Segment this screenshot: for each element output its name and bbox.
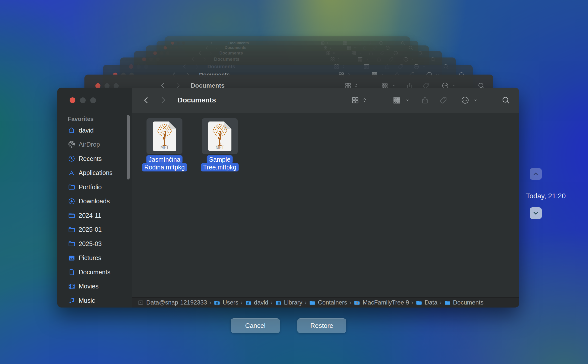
file-name-line[interactable]: Sample [207, 155, 233, 164]
sidebar-item-label: 2025-01 [79, 226, 102, 233]
sidebar-item-music[interactable]: Music [57, 293, 132, 308]
sidebar-item-2025-03[interactable]: 2025-03 [57, 237, 132, 251]
path-segment-macfamilytree-9[interactable]: MacFamilyTree 9 [354, 299, 409, 306]
path-separator: › [349, 299, 351, 306]
music-icon [68, 297, 75, 304]
timeline-controls: Today, 21:20 [526, 168, 574, 219]
file-name-line[interactable]: Tree.mftpkg [201, 163, 238, 171]
airdrop-icon [68, 141, 75, 148]
zoom-button[interactable] [90, 97, 96, 103]
file-name-label[interactable]: JasmínčinaRodina.mftpkg [142, 156, 187, 171]
tag-button[interactable] [439, 96, 447, 104]
path-segment-containers[interactable]: Containers [309, 299, 347, 306]
home-icon [68, 127, 75, 134]
sidebar-item-label: Downloads [79, 198, 110, 205]
sidebar-item-label: Recents [79, 155, 102, 162]
timeline-date-label: Today, 21:20 [526, 192, 566, 200]
path-segment-label: MacFamilyTree 9 [363, 299, 409, 306]
file-name-label[interactable]: SampleTree.mftpkg [201, 156, 238, 171]
sidebar-item-label: AirDrop [79, 141, 100, 148]
group-by-button[interactable] [392, 96, 402, 105]
file-name-line[interactable]: Rodina.mftpkg [142, 163, 187, 171]
film-icon [68, 283, 75, 290]
path-segment-documents[interactable]: Documents [444, 299, 483, 306]
forward-button[interactable] [159, 96, 168, 105]
path-separator: › [241, 299, 243, 306]
finder-window: Favorites david AirDrop Recents Applicat… [57, 88, 519, 308]
sidebar-item-portfolio[interactable]: Portfolio [57, 180, 132, 194]
sidebar-item-downloads[interactable]: Downloads [57, 194, 132, 209]
file-icon-tile[interactable]: MFT [202, 118, 238, 154]
sidebar-item-recents[interactable]: Recents [57, 152, 132, 166]
time-machine-screen: { "window": { "title": "Documents" }, "t… [0, 0, 588, 364]
view-switcher-button[interactable] [362, 97, 368, 103]
folder-icon [68, 226, 75, 233]
chevron-down-icon [532, 209, 540, 217]
document-icon [68, 268, 75, 276]
path-segment-label: david [254, 299, 268, 306]
sidebar-item-label: 2025-03 [79, 240, 102, 248]
path-segment-label: Containers [318, 299, 347, 306]
sidebar-item-david[interactable]: david [57, 123, 132, 138]
path-segment-users[interactable]: Users [214, 299, 238, 306]
timeline-up-button[interactable] [530, 168, 542, 180]
sidebar-item-label: Pictures [79, 254, 101, 262]
sidebar-item-2025-01[interactable]: 2025-01 [57, 223, 132, 237]
path-bar: Data@snap-12192333 › Users › david › Lib… [132, 297, 519, 308]
path-separator: › [271, 299, 273, 306]
path-segment-label: Data@snap-12192333 [146, 299, 207, 306]
folder-icon [309, 299, 316, 306]
restore-button[interactable]: Restore [297, 318, 346, 333]
path-segment-david[interactable]: david [245, 299, 268, 306]
search-button[interactable] [501, 96, 510, 105]
folder-icon [444, 299, 451, 306]
cancel-button[interactable]: Cancel [231, 318, 280, 333]
sidebar-item-pictures[interactable]: Pictures [57, 251, 132, 265]
file-type-label: MFT [216, 145, 224, 149]
toolbar: Documents [132, 88, 519, 113]
sidebar-items: david AirDrop Recents Applications Portf… [57, 123, 132, 308]
folder-icon [68, 183, 75, 191]
sidebar-item-airdrop[interactable]: AirDrop [57, 138, 132, 152]
sidebar-item-2024-11[interactable]: 2024-11 [57, 208, 132, 223]
path-segment-data[interactable]: Data [416, 299, 437, 306]
timeline-down-button[interactable] [530, 207, 542, 219]
file-icon-tile[interactable]: MFT [146, 118, 182, 154]
mft-document-icon: MFT [153, 122, 176, 151]
sidebar-item-label: Applications [79, 169, 113, 176]
path-separator: › [305, 299, 307, 306]
clock-icon [68, 155, 75, 162]
sidebar-item-movies[interactable]: Movies [57, 279, 132, 294]
file-name-line[interactable]: Jasmínčina [146, 155, 182, 164]
sidebar-section-label: Favorites [68, 116, 93, 123]
sidebar-item-label: Movies [79, 283, 99, 290]
path-separator: › [411, 299, 413, 306]
sidebar-item-label: Portfolio [79, 184, 102, 191]
chevron-up-icon [532, 170, 540, 178]
sidebar-item-documents[interactable]: Documents [57, 265, 132, 279]
download-icon [68, 198, 75, 205]
back-button[interactable] [142, 96, 151, 105]
path-segment-label: Users [223, 299, 238, 306]
file-type-label: MFT [160, 145, 169, 149]
chevron-down-icon [453, 84, 456, 88]
window-title: Documents [178, 96, 216, 104]
folder-icon [68, 240, 75, 248]
close-button[interactable] [70, 97, 75, 103]
appstore-icon [68, 169, 75, 177]
chevron-down-icon[interactable] [405, 98, 410, 102]
sidebar-item-applications[interactable]: Applications [57, 166, 132, 180]
path-segment-label: Documents [453, 299, 483, 306]
minimize-button[interactable] [80, 97, 86, 103]
mft-document-icon: MFT [208, 122, 231, 151]
file-browser-content: MFT JasmínčinaRodina.mftpkg [132, 113, 519, 297]
sidebar-scrollbar[interactable] [127, 115, 130, 179]
path-segment-data-snap-12192333[interactable]: Data@snap-12192333 [137, 299, 207, 306]
sidebar-item-label: david [79, 127, 94, 134]
more-options-button[interactable] [461, 96, 470, 105]
path-segment-library[interactable]: Library [275, 299, 302, 306]
share-button[interactable] [421, 96, 429, 104]
grid-view-button[interactable] [351, 96, 360, 104]
disk-icon [137, 299, 144, 306]
chevron-down-icon[interactable] [473, 98, 478, 102]
